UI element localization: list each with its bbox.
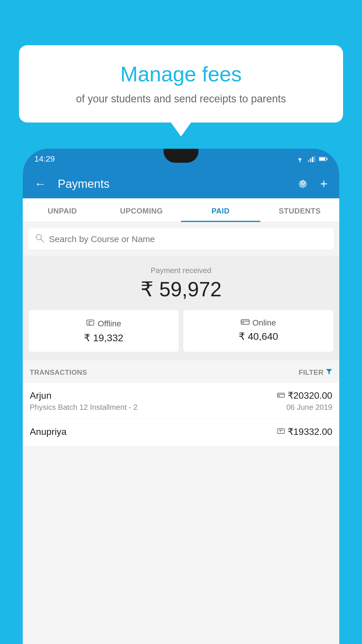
search-icon <box>35 233 44 245</box>
wifi-icon <box>296 156 304 162</box>
svg-rect-4 <box>314 156 315 162</box>
search-input[interactable] <box>49 234 327 244</box>
signal-icon <box>308 156 315 162</box>
offline-icon: ₹ <box>86 318 95 329</box>
table-row[interactable]: Arjun ₹20320.00 Physics Batch 12 Install… <box>23 383 339 419</box>
transaction-date: 06 June 2019 <box>286 403 332 412</box>
svg-rect-2 <box>310 158 311 162</box>
svg-rect-16 <box>242 322 244 323</box>
payment-cards: ₹ Offline ₹ 19,332 <box>29 310 333 352</box>
cash-payment-icon: ₹ <box>277 427 285 436</box>
transaction-name-2: Anupriya <box>30 426 66 437</box>
filter-icon <box>326 368 332 377</box>
battery-icon <box>319 157 328 161</box>
gear-icon <box>297 177 308 188</box>
transaction-amount-2: ₹19332.00 <box>288 426 332 437</box>
svg-rect-3 <box>312 157 313 162</box>
search-container <box>28 228 334 250</box>
transaction-desc: Physics Batch 12 Installment - 2 <box>30 403 138 412</box>
status-bar: 14:29 <box>23 149 339 169</box>
payment-amount: ₹ 59,972 <box>29 277 333 301</box>
notch <box>164 149 198 163</box>
svg-point-0 <box>299 161 301 162</box>
filter-button[interactable]: FILTER <box>299 368 332 377</box>
transactions-header: TRANSACTIONS FILTER <box>23 362 339 383</box>
payment-summary: Payment received ₹ 59,972 ₹ <box>23 256 339 360</box>
add-button[interactable]: + <box>317 174 331 194</box>
back-button[interactable]: ← <box>31 174 49 193</box>
offline-amount: ₹ 19,332 <box>34 332 173 344</box>
tab-upcoming[interactable]: UPCOMING <box>102 198 181 222</box>
transactions-label: TRANSACTIONS <box>30 368 87 377</box>
filter-label: FILTER <box>299 368 324 377</box>
svg-rect-6 <box>327 158 328 160</box>
online-icon <box>241 318 249 328</box>
phone-frame: 14:29 <box>23 149 339 644</box>
transaction-name: Arjun <box>30 390 52 401</box>
svg-rect-20 <box>278 396 280 396</box>
toolbar-title: Payments <box>55 177 289 190</box>
phone-screen: ← Payments + UNPAID UPCOMING PAID STUDEN… <box>23 169 339 644</box>
svg-line-9 <box>41 239 44 242</box>
tooltip-title: Manage fees <box>34 63 328 86</box>
svg-rect-7 <box>319 158 325 160</box>
svg-rect-1 <box>308 160 309 162</box>
svg-rect-14 <box>241 320 249 324</box>
offline-card: ₹ Offline ₹ 19,332 <box>29 310 179 352</box>
tab-unpaid[interactable]: UNPAID <box>23 198 102 222</box>
tab-paid[interactable]: PAID <box>181 198 260 222</box>
online-card: Online ₹ 40,640 <box>183 310 333 352</box>
transaction-amount-wrap-2: ₹ ₹19332.00 <box>277 426 332 437</box>
svg-marker-17 <box>326 369 332 374</box>
payment-label: Payment received <box>29 266 333 275</box>
svg-text:₹: ₹ <box>88 321 90 324</box>
tab-students[interactable]: STUDENTS <box>260 198 340 222</box>
app-toolbar: ← Payments + <box>23 169 339 198</box>
table-row[interactable]: Anupriya ₹ ₹19332.00 <box>23 419 339 446</box>
tabs-bar: UNPAID UPCOMING PAID STUDENTS <box>23 198 339 222</box>
settings-button[interactable] <box>294 174 311 194</box>
card-payment-icon <box>277 391 285 400</box>
offline-label: Offline <box>98 319 121 328</box>
transaction-amount: ₹20320.00 <box>288 390 332 401</box>
tooltip-subtitle: of your students and send receipts to pa… <box>34 92 328 106</box>
svg-rect-18 <box>277 393 284 397</box>
status-icons <box>296 156 328 162</box>
tooltip-card: Manage fees of your students and send re… <box>19 45 343 123</box>
online-label: Online <box>252 318 276 328</box>
online-amount: ₹ 40,640 <box>189 330 328 342</box>
svg-rect-10 <box>87 320 94 325</box>
status-time: 14:29 <box>34 154 55 164</box>
transaction-amount-wrap: ₹20320.00 <box>277 390 332 401</box>
svg-text:₹: ₹ <box>280 430 281 433</box>
